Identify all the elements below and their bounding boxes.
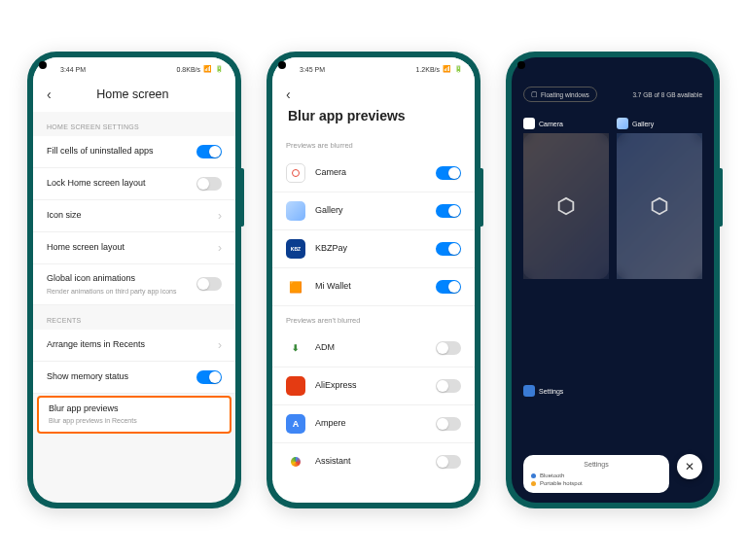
card-label: Camera — [539, 121, 563, 127]
aliexpress-icon — [286, 376, 305, 396]
section-recents: RECENTS — [33, 305, 235, 330]
screen: ▢ Floating windows 3.7 GB of 8 GB availa… — [512, 57, 714, 503]
toggle-aliexpress[interactable] — [436, 379, 461, 393]
recents-bottom: Settings Bluetooth Portable hotspot ✕ — [523, 454, 702, 493]
floating-label: Floating windows — [541, 91, 589, 98]
card-preview-blurred[interactable] — [523, 133, 609, 279]
chevron-right-icon: › — [218, 338, 222, 352]
row-app-adm[interactable]: ⬇ ADM — [272, 330, 475, 368]
adm-icon: ⬇ — [286, 338, 305, 358]
row-label: Arrange items in Recents — [47, 339, 208, 351]
chevron-right-icon: › — [218, 209, 222, 223]
camera-icon — [523, 118, 535, 129]
recents-header: ▢ Floating windows 3.7 GB of 8 GB availa… — [512, 57, 714, 110]
battery-icon: 🔋 — [215, 65, 224, 73]
status-right: 0.8KB/s 📶 🔋 — [176, 65, 224, 73]
miwallet-icon: 🟧 — [286, 277, 305, 297]
signal-icon: 📶 — [443, 65, 451, 73]
page-title: Blur app previews — [288, 108, 461, 123]
status-right: 1.2KB/s 📶 🔋 — [415, 65, 463, 73]
recent-card-gallery[interactable]: Gallery — [617, 118, 702, 377]
battery-icon: 🔋 — [454, 65, 463, 73]
row-sublabel: Render animations on third party app ico… — [47, 287, 187, 296]
row-label: Fill cells of uninstalled apps — [47, 146, 187, 158]
status-time: 3:44 PM — [60, 66, 86, 73]
settings-icon — [523, 385, 535, 397]
row-app-miwallet[interactable]: 🟧 Mi Wallet — [272, 268, 475, 306]
status-net: 0.8KB/s — [176, 66, 200, 73]
toggle-kbzpay[interactable] — [436, 242, 461, 256]
row-app-assistant[interactable]: Assistant — [272, 443, 475, 480]
gallery-icon — [286, 201, 305, 221]
status-net: 1.2KB/s — [415, 66, 440, 73]
phone-blur-app-previews: 3:45 PM 1.2KB/s 📶 🔋 ‹ Blur app previews … — [267, 52, 480, 508]
toggle-lock-layout[interactable] — [196, 177, 222, 191]
phone-recents-view: ▢ Floating windows 3.7 GB of 8 GB availa… — [506, 52, 720, 508]
row-label: Icon size — [47, 210, 208, 222]
recent-card-camera[interactable]: Camera — [523, 118, 609, 377]
toggle-miwallet[interactable] — [436, 280, 461, 294]
toggle-adm[interactable] — [436, 341, 461, 355]
row-sublabel: Blur app previews in Recents — [49, 416, 220, 425]
kbzpay-icon: KBZ — [286, 239, 305, 259]
section-not-blurred: Previews aren't blurred — [272, 306, 475, 330]
chevron-right-icon: › — [218, 241, 222, 255]
header: ‹ Home screen — [33, 77, 235, 112]
toggle-memory-status[interactable] — [196, 370, 222, 384]
recents-grid: Camera Gallery — [512, 110, 714, 503]
toggle-fill-cells[interactable] — [196, 145, 222, 158]
row-label: Blur app previews — [49, 403, 220, 415]
signal-icon: 📶 — [203, 65, 212, 73]
header: ‹ — [272, 77, 475, 108]
row-blur-previews-highlighted[interactable]: Blur app previews Blur app previews in R… — [37, 396, 231, 434]
row-app-camera[interactable]: Camera — [272, 155, 475, 192]
page-title: Home screen — [63, 88, 202, 101]
row-arrange-recents[interactable]: Arrange items in Recents › — [33, 330, 235, 362]
settings-row-label: Portable hotspot — [540, 480, 583, 486]
row-app-ampere[interactable]: A Ampere — [272, 405, 475, 443]
app-label: Camera — [315, 167, 426, 179]
row-global-animations[interactable]: Global icon animations Render animations… — [33, 264, 235, 305]
toggle-gallery[interactable] — [436, 204, 461, 218]
row-icon-size[interactable]: Icon size › — [33, 200, 235, 232]
back-icon[interactable]: ‹ — [286, 87, 291, 102]
app-label: Mi Wallet — [315, 281, 426, 293]
row-memory-status[interactable]: Show memory status — [33, 362, 235, 394]
toggle-assistant[interactable] — [436, 455, 461, 469]
card-label: Settings — [539, 388, 563, 395]
toggle-global-animations[interactable] — [196, 277, 222, 291]
settings-row-label: Bluetooth — [540, 472, 564, 478]
clear-all-button[interactable]: ✕ — [677, 454, 702, 479]
camera-punch-hole — [517, 61, 525, 69]
app-label: Ampere — [315, 418, 426, 430]
hotspot-icon — [531, 481, 536, 486]
screen: 3:45 PM 1.2KB/s 📶 🔋 ‹ Blur app previews … — [272, 57, 475, 503]
settings-preview-card[interactable]: Settings Bluetooth Portable hotspot — [523, 455, 669, 493]
card-preview-blurred[interactable] — [617, 133, 702, 279]
row-fill-cells[interactable]: Fill cells of uninstalled apps — [33, 136, 235, 168]
gallery-icon — [617, 118, 628, 129]
blur-placeholder-icon — [649, 195, 670, 217]
toggle-ampere[interactable] — [436, 417, 461, 431]
row-label: Lock Home screen layout — [47, 178, 187, 190]
row-label: Global icon animations — [47, 273, 187, 285]
app-label: Gallery — [315, 205, 426, 217]
floating-windows-button[interactable]: ▢ Floating windows — [523, 87, 597, 102]
row-app-kbzpay[interactable]: KBZ KBZPay — [272, 230, 475, 268]
app-label: ADM — [315, 342, 426, 354]
ampere-icon: A — [286, 414, 305, 434]
row-app-aliexpress[interactable]: AliExpress — [272, 368, 475, 405]
status-bar: 3:44 PM 0.8KB/s 📶 🔋 — [33, 57, 235, 77]
app-label: Assistant — [315, 456, 426, 468]
status-bar: 3:45 PM 1.2KB/s 📶 🔋 — [272, 57, 475, 77]
row-app-gallery[interactable]: Gallery — [272, 192, 475, 230]
camera-punch-hole — [39, 61, 47, 69]
row-label: Home screen layout — [47, 242, 208, 254]
row-lock-layout[interactable]: Lock Home screen layout — [33, 168, 235, 200]
row-label: Show memory status — [47, 371, 187, 383]
app-label: AliExpress — [315, 380, 426, 392]
blur-placeholder-icon — [555, 195, 577, 217]
back-icon[interactable]: ‹ — [47, 87, 52, 102]
toggle-camera[interactable] — [436, 166, 461, 180]
row-home-screen-layout[interactable]: Home screen layout › — [33, 232, 235, 264]
